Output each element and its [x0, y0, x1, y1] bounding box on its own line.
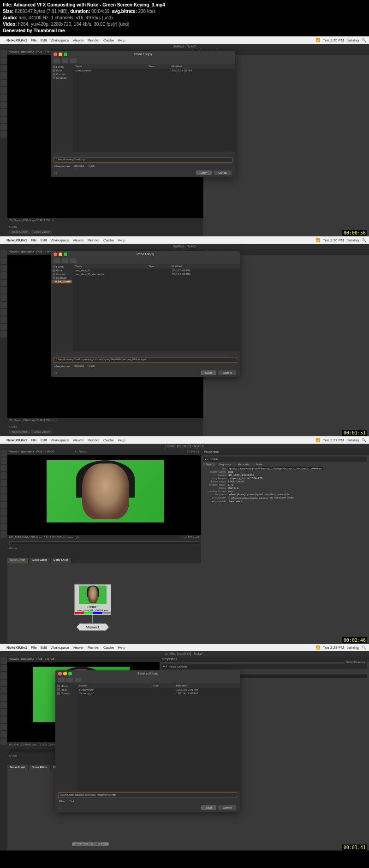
tool-sidebar[interactable] [0, 657, 7, 850]
file-row[interactable]: Timecop_s/12/7/14 11:48 AM [77, 692, 240, 695]
tool-icon[interactable] [0, 280, 7, 286]
tool-icon[interactable] [0, 450, 7, 457]
tool-icon[interactable] [0, 72, 7, 79]
cancel-button[interactable]: Cancel [214, 170, 232, 175]
macos-menubar[interactable]: NukeX9.0v1 FileEditWorkspaceViewerRender… [0, 236, 369, 244]
dir-current[interactable]: Current [52, 272, 72, 276]
tool-icon[interactable] [0, 531, 7, 538]
file-row[interactable]: rwn_shot_01_elements/1/5/15 3:09 PM [73, 272, 240, 276]
menu-file[interactable]: File [31, 438, 37, 442]
tool-icon[interactable] [0, 487, 7, 493]
menu-help[interactable]: Help [118, 38, 125, 42]
search-icon[interactable]: 🔍 [362, 645, 366, 650]
file-path-input[interactable]: ap/nuke_tutorial/Keying/ReelWithin/shot_… [228, 467, 323, 470]
tool-icon[interactable] [0, 87, 7, 94]
menu-help[interactable]: Help [118, 645, 125, 650]
close-icon[interactable] [54, 252, 57, 256]
dir-root[interactable]: Root [52, 269, 72, 272]
prop-tab-metadata[interactable]: Metadata [235, 463, 252, 466]
tool-icon[interactable] [0, 702, 7, 708]
tab-dopesheet[interactable]: Dope Sheet [51, 558, 71, 563]
viewer1-node[interactable]: Viewer1 [77, 623, 109, 631]
tool-icon[interactable] [0, 731, 7, 738]
tool-icon[interactable] [0, 102, 7, 108]
scope-global[interactable]: Global [9, 225, 17, 228]
file-list[interactable]: NameSizeModified ReelWithin/12/30/14 3:0… [77, 683, 240, 792]
path-input[interactable]: /Users/training/Desktop/nuke_tutorial/Ke… [54, 357, 237, 363]
tool-icon[interactable] [0, 672, 7, 679]
channel-picker[interactable]: rgba.alpha · RGB · f/ sRGB [21, 50, 54, 54]
close-icon[interactable] [58, 672, 62, 675]
edge-dropdown[interactable]: plate detect [228, 500, 242, 503]
minimize-icon[interactable] [63, 672, 67, 675]
wifi-icon[interactable]: 📶 [315, 38, 320, 42]
nav-fwd-icon[interactable] [62, 59, 68, 63]
viewer-toolbar[interactable]: Viewer1rgba.alpha · RGB · f/ sRGBA · Rea… [7, 449, 201, 455]
tool-icon[interactable] [0, 65, 7, 71]
prop-tab-node[interactable]: Node [253, 463, 265, 466]
timeline-slider[interactable] [9, 541, 199, 545]
user-name[interactable]: training [347, 438, 359, 442]
dir-current[interactable]: Current [56, 692, 77, 695]
nav-back-icon[interactable] [58, 678, 65, 682]
scope-global[interactable]: Global [9, 425, 17, 428]
dir-home[interactable]: Home [56, 684, 77, 688]
tool-icon[interactable] [0, 58, 7, 64]
tab-nodegraph[interactable]: Node Graph [7, 558, 28, 563]
directory-sidebar[interactable]: Home Root Current Desktop nuke_tutorial [51, 264, 73, 352]
nav-up-icon[interactable] [70, 258, 77, 263]
cache-dropdown[interactable]: auto [228, 470, 233, 473]
file-row[interactable]: nuke_tutorial/1/5/15 12:55 PM [73, 69, 235, 72]
tool-icon[interactable] [0, 516, 7, 523]
tool-icon[interactable] [0, 302, 7, 308]
nav-fwd-icon[interactable] [66, 678, 73, 682]
search-icon[interactable]: 🔍 [362, 438, 366, 442]
tab-nodegraph[interactable]: Node Graph [9, 430, 30, 434]
directory-sidebar[interactable]: Home Root Current [55, 683, 77, 792]
viewer-tab[interactable]: Viewer1 [9, 450, 19, 454]
menu-render[interactable]: Render [88, 38, 100, 42]
prop-tab-sequence[interactable]: Sequence [216, 463, 234, 466]
maximize-icon[interactable] [64, 252, 67, 256]
tool-icon[interactable] [0, 309, 7, 316]
file-list[interactable]: NameSizeModified nuke_tutorial/1/5/15 12… [73, 64, 235, 152]
dir-nuke-tutorial[interactable]: nuke_tutorial [52, 280, 72, 283]
viewer-toolbar[interactable]: Viewer1rgba.alpha · RGB · f/ sRGB [7, 657, 160, 662]
macos-menubar[interactable]: NukeX9.0v1 FileEditWorkspaceViewerRender… [0, 436, 369, 444]
dialog-nav[interactable] [51, 58, 235, 64]
colorspace-dropdown[interactable]: default (linear) [228, 493, 245, 496]
missing-dropdown[interactable]: error [228, 490, 234, 493]
open-button[interactable]: Open [196, 170, 212, 175]
viewer-tab[interactable]: Viewer1 [9, 250, 19, 254]
tool-icon[interactable] [0, 94, 7, 101]
close-icon[interactable] [54, 53, 57, 56]
cancel-button[interactable]: Cancel [218, 370, 236, 375]
menu-render[interactable]: Render [88, 438, 100, 442]
menu-cache[interactable]: Cache [103, 38, 114, 42]
tool-icon[interactable] [0, 472, 7, 479]
minimize-icon[interactable] [59, 252, 62, 256]
directory-sidebar[interactable]: Home Root Current Desktop [51, 64, 73, 152]
proxy-format-dropdown[interactable]: root.proxy_format 1024x778 [228, 477, 262, 480]
menu-file[interactable]: File [31, 38, 37, 42]
tool-icon[interactable] [0, 287, 7, 293]
tool-sidebar[interactable] [0, 249, 7, 436]
tool-sidebar[interactable] [0, 49, 7, 236]
path-input[interactable]: /Users/training/Desktop/ [54, 157, 232, 163]
tool-icon[interactable] [0, 331, 7, 338]
dir-current[interactable]: Current [52, 72, 72, 76]
tool-icon[interactable] [0, 680, 7, 686]
tool-icon[interactable] [0, 258, 7, 264]
viewer-tab[interactable]: Viewer1 [9, 50, 19, 54]
menu-help[interactable]: Help [118, 238, 125, 242]
tool-icon[interactable] [0, 317, 7, 323]
menu-workspace[interactable]: Workspace [51, 438, 69, 442]
dialog-nav[interactable] [51, 258, 240, 264]
tool-icon[interactable] [0, 124, 7, 130]
menu-render[interactable]: Render [88, 238, 100, 242]
tool-icon[interactable] [0, 117, 7, 123]
menu-edit[interactable]: Edit [41, 38, 47, 42]
filter-dropdown[interactable]: *.nk [70, 800, 74, 803]
tool-icon[interactable] [0, 494, 7, 501]
scope-global[interactable]: Global [9, 547, 17, 550]
